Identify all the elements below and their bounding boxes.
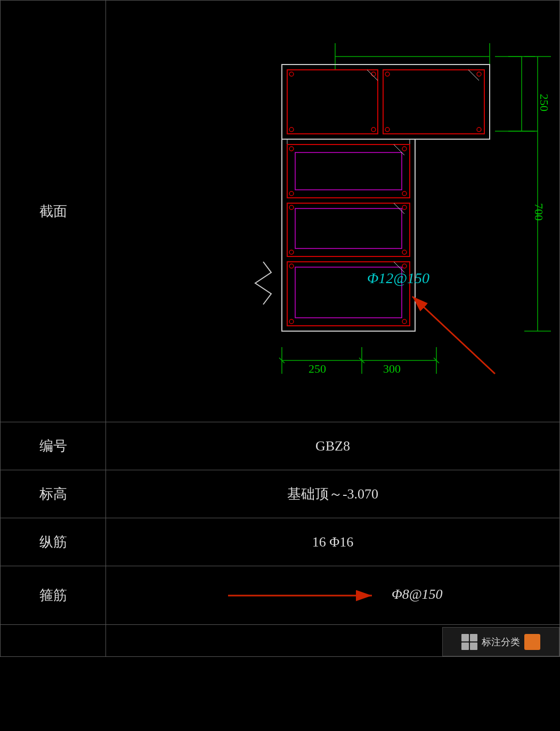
svg-rect-25 (287, 70, 378, 134)
svg-rect-32 (295, 208, 402, 248)
svg-point-52 (289, 319, 294, 324)
svg-rect-27 (287, 139, 410, 144)
drawing-area: 250 700 250 300 (106, 1, 559, 422)
zujin-row: 纵筋 16 Φ16 (1, 518, 560, 566)
grid-icon (461, 634, 477, 650)
svg-point-45 (402, 191, 407, 196)
gujin-value: Φ8@150 (392, 586, 443, 601)
svg-line-54 (367, 70, 378, 81)
gujin-label: 箍筋 (39, 588, 67, 603)
svg-point-43 (402, 147, 407, 151)
svg-line-60 (412, 296, 495, 374)
color-swatch[interactable] (524, 634, 540, 650)
svg-text:250: 250 (309, 362, 326, 375)
bottom-row: 标注分类 (1, 625, 560, 657)
svg-point-41 (477, 127, 481, 132)
bianhao-row: 编号 GBZ8 (1, 422, 560, 470)
zujin-value: 16 Φ16 (312, 534, 354, 550)
svg-rect-24 (282, 139, 415, 331)
bianhao-label: 编号 (39, 438, 67, 454)
toolbar-label: 标注分类 (482, 636, 520, 648)
svg-text:700: 700 (532, 203, 546, 221)
svg-text:Φ12@150: Φ12@150 (367, 270, 429, 286)
zujin-label: 纵筋 (39, 534, 67, 550)
svg-point-49 (402, 250, 407, 254)
biaogao-row: 标高 基础顶～-3.070 (1, 470, 560, 518)
svg-point-42 (289, 147, 294, 151)
gujin-row: 箍筋 Φ8@150 (1, 566, 560, 625)
svg-point-47 (402, 205, 407, 210)
svg-text:250: 250 (538, 94, 551, 111)
svg-point-53 (402, 319, 407, 324)
biaogao-label: 标高 (39, 486, 67, 502)
svg-point-44 (289, 191, 294, 196)
bianhao-value: GBZ8 (315, 438, 350, 454)
svg-point-48 (289, 250, 294, 254)
bottom-toolbar[interactable]: 标注分类 (442, 627, 559, 656)
section-label: 截面 (39, 204, 67, 219)
svg-point-34 (289, 72, 294, 76)
svg-point-36 (289, 127, 294, 132)
biaogao-value: 基础顶～-3.070 (287, 486, 378, 502)
svg-point-46 (289, 205, 294, 210)
svg-point-40 (385, 127, 389, 132)
svg-point-51 (402, 264, 407, 268)
svg-point-35 (371, 72, 376, 76)
svg-rect-26 (383, 70, 484, 134)
svg-point-37 (371, 127, 376, 132)
svg-point-50 (289, 264, 294, 268)
svg-point-39 (477, 72, 481, 76)
svg-text:300: 300 (383, 362, 401, 375)
svg-point-38 (385, 72, 389, 76)
svg-rect-31 (295, 152, 402, 190)
